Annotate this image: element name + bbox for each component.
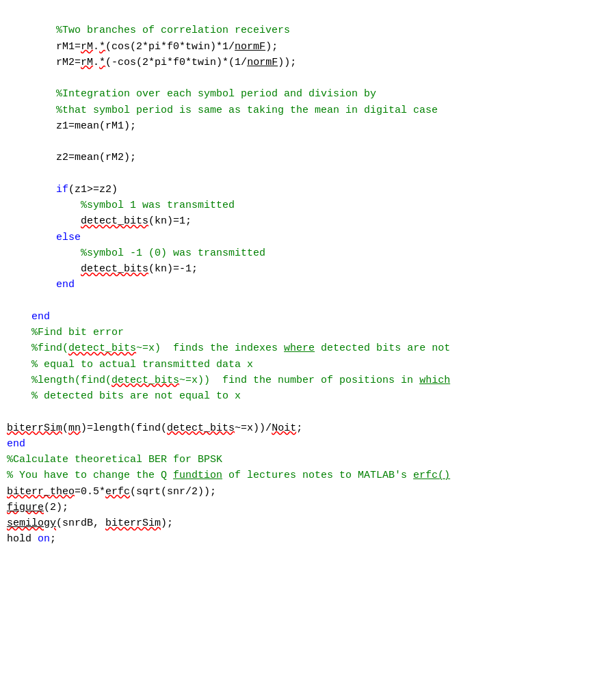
code-line-8b: (z1>=z2)	[68, 184, 118, 196]
code-line-11: else	[7, 232, 81, 243]
code-line-10: detect_bits(kn)=1;	[7, 215, 192, 227]
code-line-22: end	[7, 438, 25, 450]
code-line-8: if	[7, 184, 68, 196]
comment-line-20: % detected bits are not equal to x	[7, 390, 241, 402]
comment-line-1: %Two branches of correlation receivers	[7, 25, 290, 36]
comment-line-16: %Find bit error	[7, 327, 124, 338]
code-line-6: z1=mean(rM1);	[7, 120, 136, 132]
code-line-3: rM2=rM.*(-cos(2*pi*f0*twin)*(1/normF));	[7, 57, 296, 68]
code-line-14: end	[7, 279, 75, 291]
code-editor: %Two branches of correlation receivers r…	[0, 7, 591, 548]
code-line-26: figure(2);	[7, 502, 68, 513]
code-line-21: biterrSim(mn)=length(find(detect_bits~=x…	[7, 422, 302, 434]
comment-line-9: %symbol 1 was transmitted	[7, 200, 235, 211]
code-line-28: hold on;	[7, 533, 56, 545]
comment-line-17: %find(detect_bits~=x) finds the indexes …	[7, 342, 450, 354]
comment-line-12: %symbol -1 (0) was transmitted	[7, 247, 265, 259]
comment-line-4: %Integration over each symbol period and…	[7, 88, 376, 100]
code-line-15: end	[7, 311, 50, 323]
comment-line-24: % You have to change the Q fundtion of l…	[7, 470, 450, 481]
comment-line-5: %that symbol period is same as taking th…	[7, 105, 438, 116]
code-line-25: biterr_theo=0.5*erfc(sqrt(snr/2));	[7, 486, 216, 498]
comment-line-19: %length(find(detect_bits~=x)) find the n…	[7, 375, 450, 386]
code-line-13: detect_bits(kn)=-1;	[7, 263, 198, 275]
code-line-2: rM1=rM.*(cos(2*pi*f0*twin)*1/normF);	[7, 41, 278, 53]
comment-line-23: %Calculate theoretical BER for BPSK	[7, 454, 222, 466]
code-line-7: z2=mean(rM2);	[7, 152, 136, 163]
comment-line-18: % equal to actual transmitted data x	[7, 359, 253, 371]
code-line-27: semilogy(snrdB, biterrSim);	[7, 517, 173, 529]
